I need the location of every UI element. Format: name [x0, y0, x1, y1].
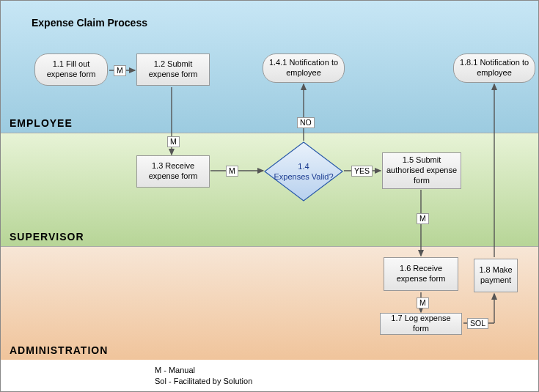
- lane-label-employee: EMPLOYEE: [10, 117, 73, 129]
- decision-text: Expenses Valid?: [263, 171, 344, 182]
- edge-label-m-5: M: [417, 297, 429, 308]
- lane-label-supervisor: SUPERVISOR: [10, 231, 84, 243]
- node-1-8-1: 1.8.1 Notification to employee: [453, 53, 535, 83]
- diagram-title: Expense Claim Process: [32, 17, 147, 29]
- edge-label-yes: YES: [351, 166, 373, 177]
- edge-label-m-3: M: [226, 166, 238, 177]
- node-1-6: 1.6 Receive expense form: [384, 257, 458, 291]
- node-1-1: 1.1 Fill out expense form: [34, 53, 108, 86]
- legend: M - Manual Sol - Facilitated by Solution: [155, 365, 252, 388]
- legend-manual: M - Manual: [155, 365, 252, 376]
- lane-label-administration: ADMINISTRATION: [10, 344, 108, 356]
- node-1-3: 1.3 Receive expense form: [136, 155, 210, 188]
- node-1-4: 1.4 Expenses Valid?: [263, 141, 344, 202]
- node-1-4-1: 1.4.1 Notification to employee: [263, 53, 345, 83]
- node-1-5: 1.5 Submit authorised expense form: [382, 152, 461, 189]
- node-1-2: 1.2 Submit expense form: [136, 53, 210, 86]
- expense-claim-diagram: EMPLOYEE SUPERVISOR ADMINISTRATION Expen…: [0, 0, 539, 392]
- edge-label-m-1: M: [114, 65, 126, 76]
- edge-label-m-4: M: [417, 213, 429, 224]
- node-1-7: 1.7 Log expense form: [380, 313, 462, 335]
- decision-number: 1.4: [263, 161, 344, 171]
- legend-solution: Sol - Facilitated by Solution: [155, 376, 252, 387]
- edge-label-sol: SOL: [467, 318, 488, 329]
- edge-label-no: NO: [297, 117, 315, 128]
- edge-label-m-2: M: [167, 136, 180, 147]
- node-1-8: 1.8 Make payment: [474, 259, 518, 292]
